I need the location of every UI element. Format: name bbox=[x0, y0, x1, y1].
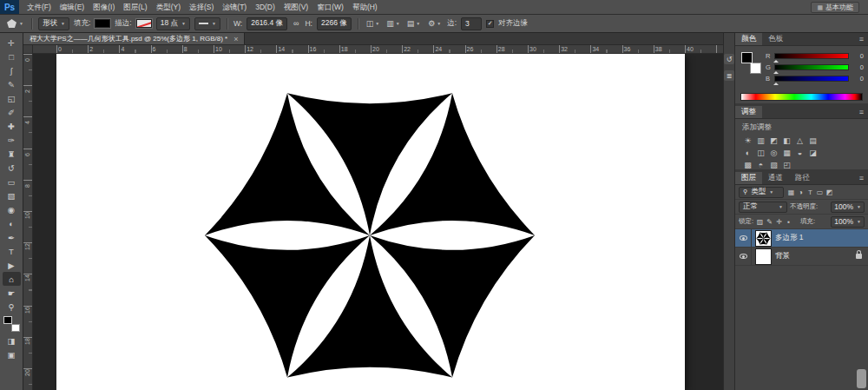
foreground-color-swatch[interactable] bbox=[741, 52, 753, 63]
menu-item[interactable]: 帮助(H) bbox=[348, 0, 382, 14]
filter-button-filter-adjustment-layers[interactable]: ◑ bbox=[796, 187, 806, 197]
menu-item[interactable]: 类型(Y) bbox=[152, 0, 185, 14]
stroke-width-select[interactable]: 18 点 ▼ bbox=[156, 17, 190, 30]
collapsed-panel-button-properties[interactable]: ≣ bbox=[724, 70, 734, 81]
adjustment-selective-color[interactable]: ◰ bbox=[781, 160, 792, 170]
tool-dodge[interactable]: ◐ bbox=[3, 216, 21, 230]
close-icon[interactable]: × bbox=[233, 35, 238, 43]
tool-type[interactable]: T bbox=[3, 244, 21, 258]
adjustment-hue-saturation[interactable]: ▤ bbox=[807, 136, 819, 146]
panel-menu-icon[interactable]: ≡ bbox=[855, 33, 868, 45]
visibility-toggle[interactable] bbox=[735, 229, 752, 247]
menu-item[interactable]: 图像(I) bbox=[89, 0, 119, 14]
tab-paths[interactable]: 路径 bbox=[789, 172, 816, 184]
filter-button-filter-shape-layers[interactable]: ▭ bbox=[815, 187, 825, 197]
adjustment-threshold[interactable]: ◓ bbox=[755, 160, 766, 170]
filter-button-filter-pixel-layers[interactable]: ▦ bbox=[786, 187, 796, 197]
adjustment-black-white[interactable]: ◫ bbox=[755, 148, 766, 158]
channel-slider[interactable] bbox=[774, 64, 849, 70]
layer-thumbnail[interactable] bbox=[756, 249, 771, 264]
tab-channels[interactable]: 通道 bbox=[762, 172, 789, 184]
tool-healing-brush[interactable]: ✚ bbox=[3, 119, 21, 133]
background-color-swatch[interactable] bbox=[11, 324, 20, 332]
menu-item[interactable]: 窗口(W) bbox=[312, 0, 348, 14]
fill-select[interactable]: 100% ▼ bbox=[831, 216, 865, 228]
tool-pen[interactable]: ✒ bbox=[3, 230, 21, 244]
adjustment-exposure[interactable]: ◧ bbox=[781, 136, 792, 146]
channel-value[interactable]: 0 bbox=[852, 75, 864, 83]
path-button-path-operations[interactable]: ◫ ▼ bbox=[365, 19, 381, 28]
lock-button-lock-transparency[interactable]: ▨ bbox=[756, 216, 764, 227]
tool-lasso[interactable]: ʃ bbox=[3, 63, 21, 77]
shape-width-field[interactable]: 2616.4 像 bbox=[247, 17, 287, 30]
layer-row-polygon-1[interactable]: 多边形 1 bbox=[735, 229, 868, 248]
menu-item[interactable]: 滤镜(T) bbox=[218, 0, 251, 14]
menu-item[interactable]: 图层(L) bbox=[119, 0, 151, 14]
tab-adjustments[interactable]: 调整 bbox=[735, 106, 762, 118]
adjustment-color-balance[interactable]: ◐ bbox=[742, 148, 753, 158]
adjustment-photo-filter[interactable]: ◎ bbox=[768, 148, 779, 158]
adjustment-channel-mixer[interactable]: ▦ bbox=[781, 148, 792, 158]
tool-quick-selection[interactable]: ✎ bbox=[3, 77, 21, 91]
shape-height-field[interactable]: 2266 像 bbox=[317, 17, 352, 30]
filter-button-filter-smart-objects[interactable]: ◩ bbox=[825, 187, 834, 197]
tool-gradient[interactable]: ▧ bbox=[3, 188, 21, 202]
adjustment-levels[interactable]: ▥ bbox=[755, 136, 766, 146]
layer-row-background[interactable]: 背景 bbox=[735, 248, 868, 266]
tool-crop[interactable]: ◱ bbox=[3, 91, 21, 105]
visibility-toggle[interactable] bbox=[735, 248, 752, 265]
tool-path-selection[interactable]: ▶ bbox=[3, 258, 21, 272]
menu-item[interactable]: 文件(F) bbox=[23, 0, 56, 14]
tool-quick-mask[interactable]: ◨ bbox=[3, 334, 21, 347]
tool-eraser[interactable]: ▭ bbox=[3, 175, 21, 188]
tab-color[interactable]: 颜色 bbox=[735, 33, 762, 45]
tool-shape[interactable]: ⌂ bbox=[3, 272, 21, 286]
tool-mode-select[interactable]: 形状 ▼ bbox=[38, 17, 69, 30]
tab-layers[interactable]: 图层 bbox=[735, 172, 762, 184]
adjustment-gradient-map[interactable]: ▧ bbox=[768, 160, 779, 170]
workspace-switcher-button[interactable]: ▦ 基本功能 bbox=[811, 2, 859, 13]
lock-button-lock-image[interactable]: ✎ bbox=[766, 216, 773, 227]
adjustment-invert[interactable]: ◪ bbox=[807, 148, 819, 158]
panel-resize-grip[interactable] bbox=[857, 369, 866, 388]
color-spectrum-bar[interactable] bbox=[740, 93, 863, 101]
tool-blur[interactable]: ◉ bbox=[3, 202, 21, 216]
layer-thumbnail[interactable] bbox=[756, 231, 771, 246]
menu-item[interactable]: 3D(D) bbox=[251, 0, 279, 14]
blend-mode-select[interactable]: 正常 ▼ bbox=[739, 202, 787, 213]
align-edges-checkbox[interactable]: ✓ bbox=[486, 20, 494, 28]
menu-item[interactable]: 视图(V) bbox=[279, 0, 312, 14]
lock-button-lock-position[interactable]: ✛ bbox=[775, 216, 783, 227]
collapsed-panel-button-history[interactable]: ↺ bbox=[724, 54, 734, 64]
foreground-background-colors[interactable] bbox=[3, 316, 20, 332]
path-button-path-alignment[interactable]: ▥ ▼ bbox=[385, 19, 401, 28]
channel-slider[interactable] bbox=[774, 53, 849, 59]
tool-screen-mode[interactable]: ▣ bbox=[3, 347, 21, 361]
tool-move[interactable]: ✛ bbox=[3, 36, 21, 50]
tab-swatches[interactable]: 色板 bbox=[762, 33, 789, 45]
panel-menu-icon[interactable]: ≡ bbox=[855, 172, 868, 184]
foreground-color-swatch[interactable] bbox=[3, 316, 12, 324]
document-tab[interactable]: 程大大学PS之——几何形状工具.psd @ 25%(多边形 1, RGB/8) … bbox=[23, 33, 245, 44]
adjustment-vibrance[interactable]: △ bbox=[794, 136, 806, 146]
tool-marquee[interactable]: □ bbox=[3, 50, 21, 63]
adjustment-brightness-contrast[interactable]: ☀ bbox=[742, 136, 753, 146]
tool-brush[interactable]: ✑ bbox=[3, 133, 21, 147]
channel-slider[interactable] bbox=[774, 76, 849, 82]
stroke-type-select[interactable]: ▼ bbox=[194, 17, 220, 30]
opacity-select[interactable]: 100% ▼ bbox=[831, 202, 865, 213]
adjustment-posterize[interactable]: ▩ bbox=[742, 160, 753, 170]
channel-value[interactable]: 0 bbox=[852, 52, 864, 60]
adjustment-curves[interactable]: ◩ bbox=[768, 136, 779, 146]
fill-color-swatch[interactable] bbox=[95, 19, 110, 28]
tool-zoom[interactable]: ⚲ bbox=[3, 300, 21, 314]
tool-eyedropper[interactable]: ✐ bbox=[3, 105, 21, 119]
tool-preset-picker[interactable]: ▼ bbox=[5, 19, 25, 28]
panel-menu-icon[interactable]: ≡ bbox=[855, 106, 868, 118]
menu-item[interactable]: 编辑(E) bbox=[56, 0, 89, 14]
tool-clone-stamp[interactable]: ♜ bbox=[3, 147, 21, 161]
menu-item[interactable]: 选择(S) bbox=[185, 0, 218, 14]
link-dimensions-icon[interactable]: ∞ bbox=[292, 19, 300, 28]
canvas[interactable] bbox=[56, 54, 685, 390]
filter-button-filter-type-layers[interactable]: T bbox=[806, 187, 815, 197]
